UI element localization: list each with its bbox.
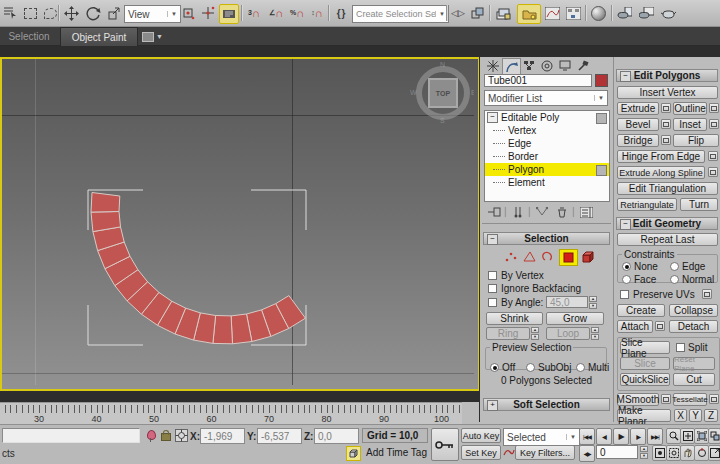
- key-mode-toggle[interactable]: ◀▶: [579, 445, 595, 462]
- reference-coordinate-dropdown[interactable]: View▼: [124, 5, 181, 23]
- attach-settings-icon[interactable]: [655, 321, 665, 331]
- tessellate-settings-icon[interactable]: [709, 394, 719, 404]
- object-color-swatch[interactable]: [595, 74, 608, 87]
- ribbon-display-dropdown[interactable]: ▼: [142, 30, 166, 43]
- planar-z-button[interactable]: Z: [704, 409, 718, 422]
- ring-spinner[interactable]: ▲▼: [531, 327, 539, 339]
- stack-collapse-icon[interactable]: −: [487, 112, 498, 123]
- active-viewport[interactable]: TOP N W E S: [0, 57, 480, 391]
- select-and-move-icon[interactable]: [62, 4, 80, 22]
- pin-stack-icon[interactable]: [486, 205, 502, 219]
- constraint-none-radio[interactable]: [622, 262, 631, 271]
- split-checkbox[interactable]: [676, 343, 685, 352]
- tab-selection[interactable]: Selection: [0, 27, 58, 46]
- select-and-scale-icon[interactable]: [105, 4, 123, 22]
- absolute-mode-icon[interactable]: [174, 428, 188, 442]
- hinge-settings-icon[interactable]: [708, 151, 718, 161]
- tessellate-button[interactable]: Tessellate: [673, 393, 707, 406]
- collapse-button[interactable]: Collapse: [669, 304, 718, 317]
- create-button[interactable]: Create: [617, 304, 665, 317]
- track-bar[interactable]: 30405060708090100: [0, 402, 462, 424]
- edit-polygons-rollout-header[interactable]: − Edit Polygons: [616, 69, 718, 82]
- time-tag-cube-icon[interactable]: [346, 446, 361, 461]
- y-coordinate-field[interactable]: -6,537: [257, 428, 302, 444]
- preserve-uvs-settings-icon[interactable]: [702, 289, 712, 299]
- named-selection-sets-icon[interactable]: { }: [332, 4, 350, 22]
- create-tab-icon[interactable]: [484, 58, 501, 73]
- preview-subobj-radio[interactable]: [526, 363, 535, 372]
- render-setup-icon[interactable]: [615, 4, 633, 22]
- isolate-selection-icon[interactable]: [144, 428, 158, 442]
- by-angle-checkbox[interactable]: [488, 298, 497, 307]
- pan-hand-icon[interactable]: [680, 445, 695, 461]
- set-key-button[interactable]: Set Key: [461, 445, 501, 460]
- make-unique-icon[interactable]: [534, 205, 550, 219]
- zoom-all-icon[interactable]: [680, 428, 695, 444]
- set-key-toggle-button[interactable]: [431, 428, 459, 461]
- schematic-view-icon[interactable]: [564, 4, 582, 22]
- ignore-backfacing-checkbox[interactable]: [488, 284, 497, 293]
- next-frame-button[interactable]: |▶: [630, 428, 646, 445]
- selection-rollout-header[interactable]: − Selection: [483, 232, 610, 245]
- auto-key-button[interactable]: Auto Key: [461, 428, 501, 443]
- bridge-settings-icon[interactable]: [661, 135, 671, 145]
- remove-modifier-icon[interactable]: [554, 205, 570, 219]
- detach-button[interactable]: Detach: [669, 320, 718, 333]
- tab-object-paint[interactable]: Object Paint: [60, 27, 138, 47]
- preview-off-radio[interactable]: [490, 363, 499, 372]
- bevel-button[interactable]: Bevel: [617, 118, 659, 131]
- bevel-settings-icon[interactable]: [661, 119, 671, 129]
- soft-selection-rollout-header[interactable]: + Soft Selection: [483, 398, 610, 411]
- shrink-button[interactable]: Shrink: [486, 312, 543, 325]
- z-coordinate-field[interactable]: 0,0: [314, 428, 359, 444]
- curve-editor-icon[interactable]: [543, 4, 561, 22]
- lasso-selection-icon[interactable]: [41, 4, 59, 22]
- x-coordinate-field[interactable]: -1,969: [200, 428, 245, 444]
- by-angle-field[interactable]: 45,0: [546, 296, 588, 308]
- extrude-along-spline-settings-icon[interactable]: [708, 167, 718, 177]
- outline-settings-icon[interactable]: [709, 103, 719, 113]
- extrude-button[interactable]: Extrude: [617, 102, 659, 115]
- object-name-field[interactable]: Tube001: [484, 74, 592, 87]
- render-production-icon[interactable]: [659, 4, 677, 22]
- utilities-tab-icon[interactable]: [574, 58, 591, 73]
- angle-snap-icon[interactable]: ∠∩: [267, 4, 285, 22]
- inset-button[interactable]: Inset: [673, 118, 707, 131]
- named-selection-set-dropdown[interactable]: Create Selection Se▼: [352, 5, 449, 23]
- layer-manager-icon[interactable]: [494, 4, 512, 22]
- material-editor-icon[interactable]: [589, 4, 607, 22]
- snaps-toggle-3d-icon[interactable]: 3∩: [245, 4, 263, 22]
- constraint-edge-radio[interactable]: [670, 262, 679, 271]
- display-tab-icon[interactable]: [556, 58, 573, 73]
- edit-triangulation-button[interactable]: Edit Triangulation: [617, 182, 718, 195]
- attach-button[interactable]: Attach: [617, 320, 653, 333]
- percent-snap-icon[interactable]: %∩: [288, 4, 306, 22]
- by-vertex-checkbox[interactable]: [488, 271, 497, 280]
- maximize-viewport-icon[interactable]: [708, 445, 720, 461]
- stack-row-vertex[interactable]: Vertex: [485, 124, 609, 137]
- edge-mode-icon[interactable]: [521, 249, 538, 264]
- preview-multi-radio[interactable]: [576, 363, 585, 372]
- grow-button[interactable]: Grow: [546, 312, 604, 325]
- select-by-name-icon[interactable]: [1, 4, 19, 22]
- previous-frame-button[interactable]: ◀|: [596, 428, 612, 445]
- loop-button[interactable]: Loop: [546, 327, 590, 340]
- zoom-icon[interactable]: [666, 428, 681, 444]
- quickslice-button[interactable]: QuickSlice: [620, 373, 670, 386]
- modify-tab-icon[interactable]: [502, 58, 521, 74]
- default-tangent-icon[interactable]: [502, 445, 516, 459]
- viewport-canvas[interactable]: TOP N W E S: [2, 59, 474, 385]
- slice-button[interactable]: Slice: [620, 357, 670, 370]
- insert-vertex-button[interactable]: Insert Vertex: [617, 86, 718, 99]
- make-planar-button[interactable]: Make Planar: [617, 409, 671, 422]
- maxscript-mini-listener[interactable]: [2, 428, 140, 443]
- keyboard-override-icon[interactable]: [219, 4, 239, 24]
- extrude-settings-icon[interactable]: [661, 103, 671, 113]
- stack-row-element[interactable]: Element: [485, 176, 609, 189]
- modifier-stack[interactable]: −Editable PolyVertexEdgeBorderPolygonEle…: [484, 110, 610, 202]
- modifier-list-dropdown[interactable]: Modifier List▼: [484, 90, 608, 106]
- tube-object[interactable]: [2, 59, 474, 385]
- stack-row-editable-poly[interactable]: −Editable Poly: [485, 111, 609, 124]
- zoom-extents-icon[interactable]: [694, 428, 709, 444]
- stack-row-polygon[interactable]: Polygon: [485, 163, 609, 176]
